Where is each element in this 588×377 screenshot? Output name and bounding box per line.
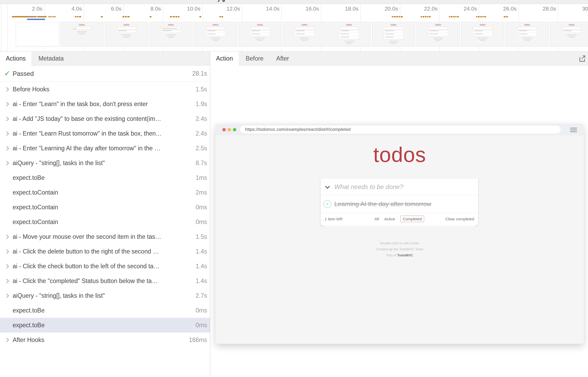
thumbnail-input-box: Learn Rust tomorrow — [161, 27, 181, 30]
todo-item-text[interactable]: Learning AI the day after tomorrow — [334, 195, 431, 213]
timeline-thumbnail[interactable] — [16, 22, 59, 46]
chevron-right-icon[interactable] — [6, 146, 9, 152]
action-row[interactable]: ai - Enter "Learn" in the task box, don'… — [0, 97, 210, 111]
timeline-thumbnail[interactable]: todos — [194, 22, 237, 46]
thumbnail-todos-title: todos — [61, 23, 103, 26]
tab-before[interactable]: Before — [240, 52, 269, 66]
timeline[interactable]: 2.0s 4.0s 6.0s 8.0s 10.0s 12.0s 14.0s — [0, 4, 588, 52]
address-bar: https://todomvc.com/examples/react/dist/… — [240, 126, 561, 133]
timeline-thumbnail[interactable]: todos — [327, 22, 371, 46]
action-row[interactable]: ai - Enter "Learn Rust tomorrow" in the … — [0, 126, 210, 141]
timeline-thumbnail[interactable]: todos — [416, 22, 460, 46]
chevron-right-icon[interactable] — [6, 293, 9, 299]
new-todo-input[interactable]: What needs to be done? — [334, 178, 403, 195]
action-row[interactable]: expect.toContain 2ms — [0, 185, 210, 200]
action-row[interactable]: expect.toContain 0ms — [0, 215, 210, 229]
action-row[interactable]: Before Hooks 1.5s — [0, 82, 210, 97]
chevron-right-icon[interactable] — [6, 116, 9, 122]
action-label: ai - Click the delete button to the righ… — [13, 244, 189, 259]
thumbnail-todos-title: todos — [283, 23, 326, 26]
todomvc-page: todos What needs to be done? ✓ Learning … — [215, 135, 584, 344]
clear-completed-button[interactable]: Clear completed — [445, 213, 474, 225]
todo-checked-icon[interactable]: ✓ — [324, 200, 331, 208]
thumbnail-todo-list — [161, 31, 181, 33]
browser-chrome: https://todomvc.com/examples/react/dist/… — [215, 124, 584, 135]
action-row[interactable]: ai - Add "JS today" to base on the exist… — [0, 111, 210, 126]
chevron-right-icon[interactable] — [6, 279, 9, 285]
chevron-right-icon[interactable] — [6, 234, 9, 240]
thumbnail-todos-title: todos — [194, 23, 237, 26]
tab-after[interactable]: After — [271, 52, 295, 66]
filter-active[interactable]: Active — [384, 217, 395, 221]
timeline-thumbnail[interactable]: todos — [238, 22, 282, 46]
thumbnail-footer-lines — [461, 38, 504, 41]
chevron-right-icon[interactable] — [6, 87, 9, 93]
trace-viewer-window: y g 2.0s 4.0s 6.0s 8.0s 10.0s — [0, 0, 588, 377]
action-row[interactable]: aiQuery - "string[], tasks in the list" … — [0, 288, 210, 303]
action-duration: 0ms — [196, 303, 207, 318]
action-row[interactable]: ai - Enter "Learning AI the day after to… — [0, 141, 210, 156]
chevron-right-icon[interactable] — [6, 102, 9, 108]
header-strip: y g — [0, 0, 588, 4]
action-label: expect.toBe — [13, 318, 189, 333]
action-row[interactable]: ai - Click the "completed" Status button… — [0, 274, 210, 288]
timeline-thumbnail[interactable]: todos — [506, 22, 549, 46]
thumbnail-footer-lines — [417, 38, 459, 41]
action-duration: 1.5s — [196, 82, 207, 97]
right-tabbar: Action Before After — [210, 52, 588, 66]
chevron-right-icon[interactable] — [6, 264, 9, 270]
thumbnail-todo-list — [428, 31, 448, 36]
action-row[interactable]: expect.toContain 0ms — [0, 200, 210, 215]
timeline-thumbnail[interactable]: todos — [283, 22, 326, 46]
timeline-thumbnail[interactable]: todos Learn Rust tomorrow — [149, 22, 193, 46]
thumbnail-todos-title: todos — [506, 23, 548, 26]
passed-check-icon: ✓ — [4, 69, 10, 78]
open-external-icon[interactable] — [577, 54, 587, 63]
action-duration: 0ms — [196, 215, 207, 229]
chevron-right-icon[interactable] — [6, 161, 9, 167]
timeline-thumbnail[interactable]: todos — [550, 22, 588, 46]
thumbnail-todos-title: todos — [328, 23, 370, 26]
tab-actions[interactable]: Actions — [0, 52, 31, 66]
timeline-thumbnail[interactable]: todos Lear — [60, 22, 104, 46]
action-label: aiQuery - "string[], tasks in the list" — [13, 156, 189, 170]
thumbnail-todos-title: todos — [105, 23, 148, 26]
test-status-row: ✓ Passed 28.1s — [0, 66, 210, 82]
traffic-light-green — [233, 128, 236, 131]
chevron-right-icon[interactable] — [6, 338, 9, 344]
filter-completed[interactable]: Completed — [400, 216, 424, 222]
action-duration: 2.5s — [196, 141, 207, 156]
browser-snapshot: https://todomvc.com/examples/react/dist/… — [215, 124, 584, 344]
action-duration: 1.5s — [196, 229, 207, 244]
action-duration: 2.4s — [196, 111, 207, 126]
action-row[interactable]: After Hooks 166ms — [0, 333, 210, 347]
chevron-right-icon[interactable] — [6, 249, 9, 255]
timeline-thumbnail[interactable]: todos — [105, 22, 148, 46]
action-row[interactable]: ai - Click the check button to the left … — [0, 259, 210, 274]
menu-icon — [570, 128, 577, 133]
tab-action[interactable]: Action — [210, 52, 239, 66]
action-row[interactable]: expect.toBe 0ms — [0, 303, 210, 318]
thumbnail-todo-list — [116, 31, 136, 33]
thumbnail-todos-title: todos — [417, 23, 459, 26]
timeline-thumbnail[interactable]: todos — [372, 22, 415, 46]
action-row[interactable]: expect.toBe 1ms — [0, 170, 210, 185]
thumbnail-input-box — [117, 27, 136, 30]
toggle-all-chevron-icon[interactable] — [325, 185, 330, 190]
test-duration: 28.1s — [192, 66, 207, 82]
action-label: ai - Enter "Learn" in the task box, don'… — [13, 97, 189, 111]
thumbnail-input-box — [384, 27, 403, 30]
action-label: ai - Click the check button to the left … — [13, 259, 189, 274]
action-row[interactable]: ai - Click the delete button to the righ… — [0, 244, 210, 259]
timeline-thumbnail[interactable]: todos — [461, 22, 504, 46]
action-row[interactable]: expect.toBe 0ms — [0, 318, 210, 333]
tab-metadata[interactable]: Metadata — [33, 52, 70, 66]
todo-item: ✓ Learning AI the day after tomorrow — [321, 195, 478, 213]
traffic-light-red — [222, 128, 226, 131]
action-row[interactable]: aiQuery - "string[], tasks in the list" … — [0, 156, 210, 170]
action-row[interactable]: ai - Move your mouse over the second ite… — [0, 229, 210, 244]
thumbnail-todo-list — [205, 31, 226, 36]
chevron-right-icon[interactable] — [6, 131, 9, 137]
filter-all[interactable]: All — [375, 217, 379, 221]
todo-card: What needs to be done? ✓ Learning AI the… — [321, 178, 478, 225]
